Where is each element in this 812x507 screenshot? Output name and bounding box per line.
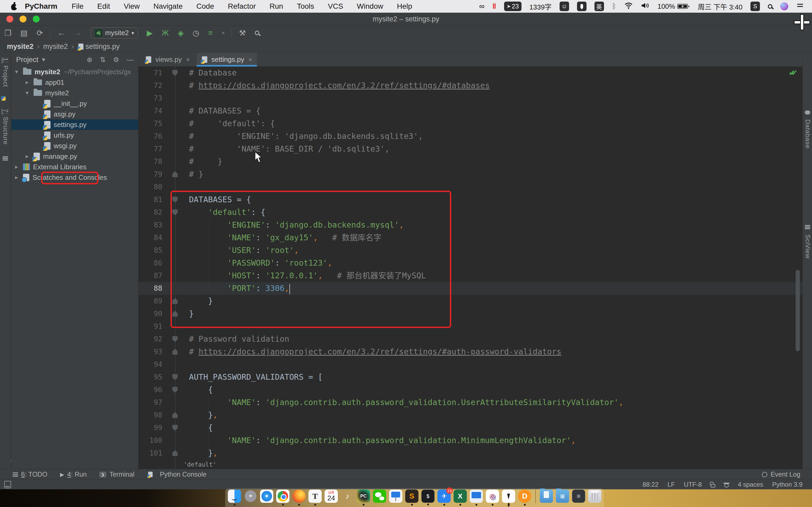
mic-icon[interactable] (577, 2, 587, 11)
settings-icon[interactable]: ⚙ (113, 56, 119, 64)
dlfolder-dock-icon[interactable] (540, 490, 553, 503)
dingtalk-status[interactable]: ➤23 (504, 2, 521, 11)
tool-window-button-terminal[interactable]: ❯Terminal (99, 470, 134, 478)
inspections-ok-icon[interactable]: ✔✔ (789, 68, 794, 77)
code-line-101[interactable]: 101 }, (139, 447, 803, 459)
menu-help[interactable]: Help (390, 2, 419, 11)
close-icon[interactable]: × (248, 56, 252, 63)
menu-app-name[interactable]: PyCharm (25, 2, 65, 11)
tool-windows-toggle-icon[interactable] (4, 481, 11, 488)
caret-position[interactable]: 88:22 (643, 481, 658, 488)
menu-window[interactable]: Window (350, 2, 390, 11)
debug-button[interactable]: Ж (157, 29, 173, 37)
tvapp-dock-icon[interactable]: D (518, 490, 531, 503)
code-line-76[interactable]: 76# 'ENGINE': 'django.db.backends.sqlite… (139, 130, 803, 143)
tree-item-settings.py[interactable]: settings.py (11, 119, 138, 130)
fold-marker-icon[interactable] (172, 171, 177, 177)
code-line-96[interactable]: 96 { (139, 383, 803, 396)
fold-marker-icon[interactable] (172, 336, 177, 342)
code-line-77[interactable]: 77# 'NAME': BASE_DIR / 'db.sqlite3', (139, 143, 803, 155)
fold-marker-icon[interactable] (172, 450, 177, 456)
notification-center-icon[interactable] (796, 2, 804, 11)
battery-indicator[interactable]: 100% (657, 2, 690, 11)
code-line-93[interactable]: 93# https://docs.djangoproject.com/en/3.… (139, 345, 803, 358)
wechat-dock-icon[interactable] (373, 490, 386, 503)
coverage-button[interactable]: ◈ (173, 29, 188, 38)
fold-marker-icon[interactable] (172, 70, 177, 76)
hide-icon[interactable]: — (126, 56, 134, 64)
forward-button[interactable]: → (70, 29, 87, 37)
tieapp-dock-icon[interactable]: ▼ (502, 490, 515, 503)
sogou-icon[interactable]: S (750, 2, 760, 11)
apple-menu-icon[interactable] (10, 2, 18, 10)
bluetooth-icon[interactable]: ᛒ (612, 2, 616, 11)
menu-tools[interactable]: Tools (290, 2, 321, 11)
back-button[interactable]: ← (53, 29, 70, 37)
parallels-dock-icon[interactable] (470, 490, 483, 503)
tree-item-manage.py[interactable]: ▸manage.py (11, 151, 138, 162)
winfolder-dock-icon[interactable]: ⊞ (556, 490, 569, 503)
run-with-button[interactable]: ≡ (204, 29, 217, 37)
run-button[interactable]: ▶ (142, 29, 157, 38)
chevron-down-icon[interactable]: ▼ (41, 57, 46, 63)
app-rings-icon[interactable]: ∞ (479, 2, 485, 11)
close-icon[interactable]: × (186, 56, 190, 63)
menu-navigate[interactable]: Navigate (147, 2, 190, 11)
code-line-95[interactable]: 95AUTH_PASSWORD_VALIDATORS = [ (139, 371, 803, 383)
menu-view[interactable]: View (117, 2, 146, 11)
parallels-pause-icon[interactable]: ‖ (493, 2, 496, 11)
breadcrumb-item-mysite2[interactable]: mysite2 (7, 43, 34, 51)
collapse-icon[interactable]: ⇅ (100, 56, 106, 64)
breadcrumb-item-mysite2[interactable]: mysite2 (43, 43, 68, 51)
tree-item-app01[interactable]: ▸app01 (11, 77, 138, 88)
tool-button-database[interactable]: Database (804, 119, 811, 149)
word-count[interactable]: 1339字 (529, 2, 552, 11)
terminal-dock-icon[interactable]: $ (421, 490, 435, 503)
input-method-indicator[interactable]: 英 (595, 2, 604, 11)
stop-button[interactable]: ▪ (217, 29, 229, 37)
calendar-dock-icon[interactable]: 11月24 (324, 490, 338, 503)
tree-item-urls.py[interactable]: urls.py (11, 130, 138, 140)
firefox-dock-icon[interactable] (292, 490, 306, 503)
emoji-app-icon[interactable]: ☺ (560, 2, 569, 11)
chrome-dock-icon[interactable] (276, 490, 290, 503)
sync-button[interactable]: ⟳ (32, 29, 47, 38)
fold-marker-icon[interactable] (172, 374, 177, 380)
tree-item-mysite2[interactable]: ▾mysite2 (11, 88, 138, 98)
breadcrumb-item-settings.py[interactable]: settings.py (86, 43, 120, 51)
editor-scope-breadcrumb[interactable]: 'default' (184, 461, 216, 468)
project-panel-title[interactable]: Project (16, 56, 38, 64)
fold-marker-icon[interactable] (172, 412, 177, 418)
code-line-94[interactable]: 94 (139, 358, 803, 371)
fold-marker-icon[interactable] (172, 387, 177, 393)
tool-window-button-run[interactable]: ▶4: Run (60, 470, 87, 478)
code-line-98[interactable]: 98 }, (139, 409, 803, 421)
code-line-97[interactable]: 97 'NAME': 'django.contrib.auth.password… (139, 396, 803, 409)
locate-icon[interactable]: ⊕ (87, 56, 93, 64)
tree-collapse-arrow-icon[interactable]: ▾ (15, 68, 23, 75)
tree-item-wsgi.py[interactable]: wsgi.py (11, 140, 138, 151)
readonly-lock-icon[interactable] (711, 484, 715, 488)
menu-file[interactable]: File (65, 2, 90, 11)
code-line-74[interactable]: 74# DATABASES = { (139, 105, 803, 117)
tab-views.py[interactable]: views.py× (141, 53, 195, 66)
run-configuration-selector[interactable]: djmysite2▾ (91, 27, 138, 39)
open-button[interactable]: ❐ (0, 29, 16, 38)
safari-dock-icon[interactable]: ✦ (260, 490, 273, 503)
code-line-99[interactable]: 99 { (139, 421, 803, 434)
volume-icon[interactable] (641, 2, 650, 11)
launchpad-dock-icon[interactable]: ✦ (244, 490, 257, 503)
menu-refactor[interactable]: Refactor (221, 2, 263, 11)
menu-vcs[interactable]: VCS (321, 2, 350, 11)
tree-item-asgi.py[interactable]: asgi.py (11, 109, 138, 119)
tool-window-button-todo[interactable]: 6: TODO (13, 470, 47, 478)
menu-run[interactable]: Run (263, 2, 290, 11)
typora-dock-icon[interactable]: T (308, 490, 322, 503)
line-ending[interactable]: LF (667, 481, 675, 488)
stackapp-dock-icon[interactable]: ≡ (572, 490, 585, 503)
tab-settings.py[interactable]: settings.py× (197, 53, 257, 66)
code-line-100[interactable]: 100 'NAME': 'django.contrib.auth.passwor… (139, 434, 803, 447)
tool-button-sciview[interactable]: SciView (804, 234, 811, 259)
tree-item-__init__.py[interactable]: __init__.py (11, 98, 138, 109)
wrench-button[interactable]: ⚒ (235, 29, 250, 38)
